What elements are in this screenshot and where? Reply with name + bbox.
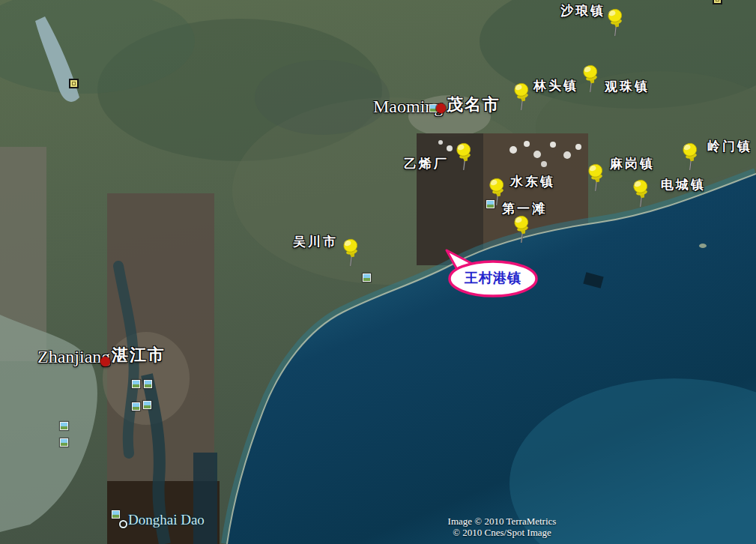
attribution-line1: Image © 2010 TerraMetrics (438, 516, 566, 528)
place-label-guanzhu: 观珠镇 (605, 80, 650, 93)
city-label-zhanjiang-chinese: 湛江市 (112, 347, 166, 363)
placemark-square-icon[interactable] (69, 79, 79, 88)
placemark-square-inner (72, 82, 76, 85)
city-label-maoming-chinese: 茂名市 (447, 97, 501, 113)
attribution: Image © 2010 TerraMetrics © 2010 Cnes/Sp… (438, 516, 566, 538)
photo-icon[interactable] (60, 422, 68, 430)
city-dot-icon (100, 357, 110, 366)
place-label-wuchuan: 吴川市 (293, 235, 338, 248)
place-label-diyitan: 第一滩 (502, 202, 547, 215)
place-label-lingmen: 岭门镇 (707, 140, 752, 153)
callout-label: 王村港镇 (451, 271, 535, 285)
place-label-lintou: 林头镇 (533, 79, 578, 92)
place-label-shuidong: 水东镇 (510, 175, 555, 188)
place-label-shalang: 沙琅镇 (560, 4, 605, 17)
place-label-yixichang: 乙烯厂 (404, 157, 449, 170)
photo-icon[interactable] (144, 380, 152, 388)
attribution-line2: © 2010 Cnes/Spot Image (438, 528, 566, 539)
city-dot-icon (436, 103, 446, 113)
photo-icon[interactable] (363, 273, 371, 282)
photo-icon[interactable] (60, 438, 68, 447)
circle-marker-icon[interactable] (119, 520, 127, 528)
place-label-magang: 麻岗镇 (610, 157, 655, 170)
map-viewport[interactable]: 沙琅镇 林头镇 观珠镇 乙烯厂 岭门镇 麻岗镇 电城镇 水东镇 第一滩 吴川市 … (0, 0, 756, 544)
place-label-diancheng: 电城镇 (661, 178, 706, 191)
placemark-square-inner (716, 0, 719, 1)
island-label-donghai: Donghai Dao (128, 513, 205, 527)
photo-icon[interactable] (486, 200, 495, 208)
city-label-zhanjiang-latin: Zhanjiang (37, 348, 110, 366)
photo-icon[interactable] (132, 402, 140, 411)
photo-icon[interactable] (112, 510, 120, 519)
photo-icon[interactable] (132, 380, 140, 388)
callout-wangcungang[interactable]: 王村港镇 (433, 246, 539, 300)
photo-icon[interactable] (143, 401, 151, 409)
placemark-square-icon[interactable] (713, 0, 722, 4)
